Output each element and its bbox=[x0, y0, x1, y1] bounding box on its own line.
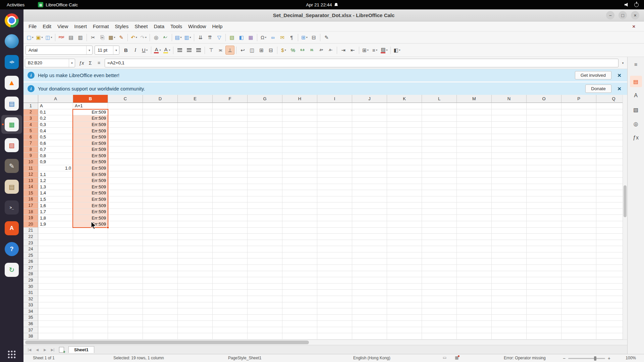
cell-F3[interactable] bbox=[213, 115, 248, 122]
cell-J34[interactable] bbox=[352, 308, 387, 315]
cell-O37[interactable] bbox=[527, 327, 561, 334]
cell-P36[interactable] bbox=[561, 321, 596, 327]
cell-B7[interactable]: Err:509 bbox=[73, 140, 108, 146]
cell-F29[interactable] bbox=[213, 277, 248, 284]
bold-button[interactable]: B bbox=[121, 46, 130, 55]
cell-B29[interactable] bbox=[73, 277, 108, 284]
minimize-button[interactable]: − bbox=[606, 11, 614, 19]
cell-A17[interactable]: 1,6 bbox=[38, 202, 73, 209]
cell-G34[interactable] bbox=[248, 308, 282, 315]
formula-button[interactable]: = bbox=[95, 59, 103, 67]
cell-K24[interactable] bbox=[387, 246, 422, 252]
row-header-2[interactable]: 2 bbox=[23, 109, 38, 116]
copy-button[interactable]: ⎘ bbox=[98, 33, 107, 42]
row-header-14[interactable]: 14 bbox=[23, 184, 38, 190]
cell-B36[interactable] bbox=[73, 321, 108, 327]
cell-D25[interactable] bbox=[143, 252, 178, 259]
cell-K8[interactable] bbox=[387, 146, 422, 153]
cell-A1[interactable]: A bbox=[38, 103, 73, 109]
cell-P27[interactable] bbox=[561, 265, 596, 271]
menu-styles[interactable]: Styles bbox=[112, 22, 131, 30]
cell-E20[interactable] bbox=[178, 221, 213, 228]
cell-I11[interactable] bbox=[317, 165, 352, 172]
close-document-button[interactable]: × bbox=[632, 23, 635, 29]
cell-P31[interactable] bbox=[561, 290, 596, 296]
cell-C31[interactable] bbox=[108, 290, 143, 296]
cell-H12[interactable] bbox=[282, 171, 317, 178]
cell-D23[interactable] bbox=[143, 240, 178, 246]
cell-N33[interactable] bbox=[492, 302, 527, 309]
align-left-button[interactable] bbox=[175, 46, 184, 55]
menu-file[interactable]: File bbox=[25, 22, 40, 30]
cell-I22[interactable] bbox=[317, 234, 352, 240]
sidebar-settings-button[interactable]: ≡ bbox=[630, 59, 642, 70]
cell-J33[interactable] bbox=[352, 302, 387, 309]
cell-B11[interactable]: Err:509 bbox=[73, 165, 108, 172]
cell-J23[interactable] bbox=[352, 240, 387, 246]
cell-M34[interactable] bbox=[457, 308, 492, 315]
cell-D17[interactable] bbox=[143, 202, 178, 209]
cell-C8[interactable] bbox=[108, 146, 143, 153]
menu-insert[interactable]: Insert bbox=[71, 22, 90, 30]
cell-H25[interactable] bbox=[282, 252, 317, 259]
cell-G9[interactable] bbox=[248, 153, 282, 159]
cell-I1[interactable] bbox=[317, 103, 352, 109]
cell-G33[interactable] bbox=[248, 302, 282, 309]
cell-F24[interactable] bbox=[213, 246, 248, 252]
cell-D9[interactable] bbox=[143, 153, 178, 159]
cell-F6[interactable] bbox=[213, 134, 248, 140]
cell-I3[interactable] bbox=[317, 115, 352, 122]
insert-columns-button[interactable]: ▥▾ bbox=[183, 33, 192, 42]
center-vertically-button[interactable]: ≍ bbox=[216, 46, 225, 55]
maximize-button[interactable]: □ bbox=[619, 11, 627, 19]
print-button[interactable]: ▤ bbox=[66, 33, 75, 42]
cell-K38[interactable] bbox=[387, 333, 422, 340]
freeze-rows-and-columns-button[interactable]: ⊞▾ bbox=[300, 33, 309, 42]
horizontal-scrollbar-thumb[interactable] bbox=[25, 341, 309, 344]
zoom-level[interactable]: 100% bbox=[626, 356, 636, 360]
cell-C5[interactable] bbox=[108, 128, 143, 134]
selection-fill-handle[interactable] bbox=[107, 226, 109, 229]
cell-M17[interactable] bbox=[457, 202, 492, 209]
cell-K11[interactable] bbox=[387, 165, 422, 172]
cell-J24[interactable] bbox=[352, 246, 387, 252]
cell-B3[interactable]: Err:509 bbox=[73, 115, 108, 122]
cell-A19[interactable]: 1,8 bbox=[38, 215, 73, 221]
cell-P29[interactable] bbox=[561, 277, 596, 284]
cell-E1[interactable] bbox=[178, 103, 213, 109]
cell-H1[interactable] bbox=[282, 103, 317, 109]
cell-G35[interactable] bbox=[248, 315, 282, 321]
row-header-31[interactable]: 31 bbox=[23, 290, 38, 296]
cell-A15[interactable]: 1,4 bbox=[38, 190, 73, 196]
cell-N1[interactable] bbox=[492, 103, 527, 109]
cell-M31[interactable] bbox=[457, 290, 492, 296]
cell-A16[interactable]: 1,5 bbox=[38, 196, 73, 203]
cell-N17[interactable] bbox=[492, 202, 527, 209]
cell-L1[interactable] bbox=[422, 103, 457, 109]
cell-H20[interactable] bbox=[282, 221, 317, 228]
cell-L2[interactable] bbox=[422, 109, 457, 116]
cell-C3[interactable] bbox=[108, 115, 143, 122]
document-modified-icon[interactable]: ▦ bbox=[455, 355, 459, 360]
cell-D31[interactable] bbox=[143, 290, 178, 296]
cell-D8[interactable] bbox=[143, 146, 178, 153]
cell-N2[interactable] bbox=[492, 109, 527, 116]
cell-F35[interactable] bbox=[213, 315, 248, 321]
cell-C35[interactable] bbox=[108, 315, 143, 321]
align-center-button[interactable] bbox=[184, 46, 194, 55]
cell-L5[interactable] bbox=[422, 128, 457, 134]
cell-P10[interactable] bbox=[561, 159, 596, 165]
zoom-out-button[interactable]: − bbox=[563, 356, 566, 361]
column-header-M[interactable]: M bbox=[457, 95, 492, 103]
dropdown-arrow-icon[interactable]: ▾ bbox=[306, 36, 308, 39]
cell-M27[interactable] bbox=[457, 265, 492, 271]
cell-N9[interactable] bbox=[492, 153, 527, 159]
cell-E23[interactable] bbox=[178, 240, 213, 246]
cell-I14[interactable] bbox=[317, 184, 352, 190]
vertical-scrollbar[interactable] bbox=[623, 95, 627, 340]
cell-H3[interactable] bbox=[282, 115, 317, 122]
zoom-in-button[interactable]: + bbox=[608, 356, 610, 361]
cell-N22[interactable] bbox=[492, 234, 527, 240]
cell-M30[interactable] bbox=[457, 284, 492, 290]
cell-D30[interactable] bbox=[143, 284, 178, 290]
